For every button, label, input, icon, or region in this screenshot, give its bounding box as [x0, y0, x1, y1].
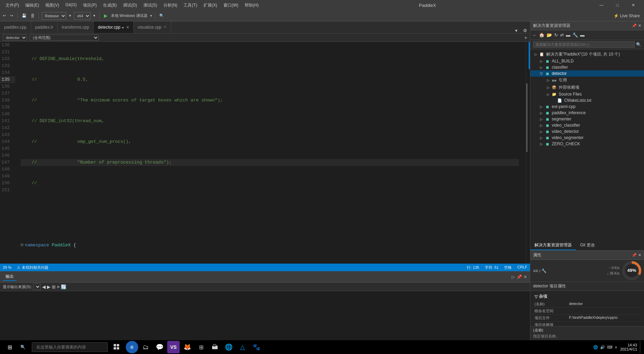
code-editor[interactable]: 130 131 132 133 134 135 136 137 138 139 … [0, 42, 530, 264]
undo-button[interactable]: ↩ [1, 13, 7, 19]
output-tb-btn-5[interactable]: 🔄 [61, 284, 66, 289]
sol-back-button[interactable]: ← [532, 32, 538, 38]
prop-close-button[interactable]: ✕ [638, 253, 641, 257]
tray-icon-network[interactable]: 🌐 [593, 345, 598, 350]
output-clear-button[interactable]: ▷ [512, 274, 515, 279]
output-tb-btn-3[interactable]: ⊞ [52, 284, 56, 289]
tree-item-zerocheck[interactable]: ▷ ◼ ZERO_CHECK [530, 141, 644, 147]
prop-group-misc-header[interactable]: ▽ 杂项 [532, 292, 643, 301]
tree-item-videoclassifier[interactable]: ▷ ◼ video_classifier [530, 122, 644, 128]
solution-search-input[interactable] [533, 41, 635, 48]
solution-root-item[interactable]: ▷ 📋 解决方案"PaddleX"(10 个项目, 共 10 个) [530, 51, 644, 58]
sol-pin-button[interactable]: 📌 [632, 23, 637, 28]
menu-help[interactable]: 帮助(H) [242, 2, 262, 9]
taskbar-app-tail[interactable]: 🐾 [250, 341, 263, 353]
menu-project[interactable]: 项目(P) [80, 2, 100, 9]
prop-grid-button[interactable]: ≡≡ [533, 268, 538, 273]
tree-item-detector[interactable]: ▽ ◼ detector [530, 70, 644, 77]
taskbar-app-edge[interactable]: e [126, 341, 138, 353]
save-all-button[interactable]: 🗄 [29, 13, 36, 19]
sol-close-button[interactable]: ✕ [638, 23, 641, 28]
sol-show-files-button[interactable]: 📂 [546, 32, 553, 38]
menu-tools[interactable]: 工具(T) [181, 2, 200, 9]
tray-icon-sound[interactable]: 🔊 [600, 345, 605, 350]
taskbar-app-mountain[interactable]: 🏔 [209, 341, 221, 353]
taskbar-taskview[interactable] [111, 341, 123, 353]
scrollbar-thumb[interactable] [526, 83, 528, 152]
collapse-marker-139[interactable]: ⊟ [21, 242, 23, 249]
taskbar-app-wechat[interactable]: 💬 [153, 341, 166, 353]
tree-item-paddlexinf[interactable]: ▷ ◼ paddlex_inference [530, 110, 644, 116]
tab-transforms-cpp[interactable]: transforms.cpp [58, 21, 94, 33]
menu-test[interactable]: 测试(S) [141, 2, 160, 9]
taskbar-app-unknown1[interactable]: 🦊 [181, 341, 193, 353]
tab-detector-cpp[interactable]: detector.cpp ● ✕ [94, 21, 133, 33]
menu-analyze[interactable]: 分析(N) [161, 2, 180, 9]
run-button[interactable]: ▶ [103, 12, 109, 19]
sol-tab-git[interactable]: Git 更改 [576, 241, 599, 250]
taskbar-app-explorer[interactable]: 🗂 [140, 341, 152, 353]
taskbar-app-vs[interactable]: VS [167, 341, 180, 353]
config-dropdown[interactable]: Release Debug [42, 12, 66, 20]
output-close-button[interactable]: ✕ [523, 274, 527, 279]
prop-sort-button[interactable]: ↕ [539, 268, 541, 273]
prop-pin-button[interactable]: 📌 [632, 253, 637, 257]
arch-dropdown[interactable]: x64 x86 [74, 12, 91, 20]
tab-close-visualize[interactable]: ✕ [163, 25, 167, 29]
tab-visualize-cpp[interactable]: visualize.cpp ✕ [134, 21, 171, 33]
tree-item-sourcefiles[interactable]: ▷ 📁 Source Files [530, 91, 644, 97]
output-tab[interactable]: 输出 [3, 273, 17, 281]
run-dropdown-icon[interactable]: ▾ [150, 14, 152, 18]
menu-debug[interactable]: 调试(D) [120, 2, 140, 9]
sol-settings-button[interactable]: 🔧 [572, 32, 579, 38]
taskbar-app-squares[interactable]: ⊞ [195, 341, 207, 353]
tab-list-button[interactable]: ▾ [512, 28, 520, 33]
tree-item-videodetector[interactable]: ▷ ◼ video_detector [530, 128, 644, 135]
maximize-button[interactable]: □ [609, 0, 625, 10]
tree-item-allbuild[interactable]: ▷ ◼ ALL_BUILD [530, 58, 644, 64]
tree-item-extyaml[interactable]: ▷ ◼ ext-yaml-cpp [530, 104, 644, 110]
tab-paddlex-cpp[interactable]: paddlex.cpp [0, 21, 31, 33]
tree-item-ref[interactable]: ▷ ■■ 引用 [530, 77, 644, 84]
tree-item-classifier[interactable]: ▷ ◼ classifier [530, 64, 644, 70]
output-tb-btn-4[interactable]: ≡ [57, 284, 60, 289]
context-dropdown[interactable]: (全局范围) [30, 35, 99, 41]
tree-item-extdeps[interactable]: ▷ 📦 外部依赖项 [530, 84, 644, 91]
code-lines[interactable]: // DEFINE_double(threshold, // 0.5, // "… [21, 42, 526, 264]
taskbar-show-desktop[interactable] [640, 341, 641, 353]
menu-build[interactable]: 生成(B) [100, 2, 120, 9]
menu-git[interactable]: Git(G) [63, 2, 79, 9]
tree-item-videosegmenter[interactable]: ▷ ◼ video_segmenter [530, 135, 644, 141]
sol-collapse-button[interactable]: ▬ [565, 32, 571, 38]
minimize-button[interactable]: — [594, 0, 609, 10]
save-button[interactable]: 💾 [20, 13, 28, 19]
menu-bar[interactable]: 文件(F) 编辑(E) 视图(V) Git(G) 项目(P) 生成(B) 调试(… [3, 2, 262, 9]
sol-sync-button[interactable]: ⇄ [559, 32, 565, 38]
taskbar-search-icon[interactable]: 🔍 [17, 341, 29, 353]
taskbar-app-triangle[interactable]: △ [236, 341, 249, 353]
tree-item-cmakelists[interactable]: 📄 CMakeLists.txt [530, 97, 644, 104]
live-share-button[interactable]: ⚡ Live Share [611, 13, 643, 19]
close-button[interactable]: ✕ [625, 0, 641, 10]
tray-icon-battery[interactable]: ⌨ [607, 345, 613, 350]
redo-button[interactable]: ↪ [9, 13, 15, 19]
tray-icon-caret[interactable]: ∧ [615, 345, 617, 350]
prop-settings-button[interactable]: 🔧 [541, 268, 547, 273]
tree-item-segmenter[interactable]: ▷ ◼ segmenter [530, 116, 644, 122]
menu-window[interactable]: 窗口(W) [221, 2, 241, 9]
tab-paddlex-h[interactable]: paddlex.h [31, 21, 58, 33]
output-tb-btn-1[interactable]: ◀ [42, 284, 46, 289]
start-button[interactable]: ⊞ [3, 340, 17, 354]
add-path-button[interactable]: + [524, 35, 527, 40]
menu-extensions[interactable]: 扩展(X) [201, 2, 220, 9]
menu-view[interactable]: 视图(V) [42, 2, 62, 9]
tab-close-detector[interactable]: ✕ [126, 25, 129, 30]
output-tb-btn-2[interactable]: ▶ [47, 284, 50, 289]
taskbar-search[interactable]: 在这里输入你要搜索的内容 [32, 342, 108, 352]
editor-scrollbar[interactable] [526, 42, 530, 264]
sol-home-button[interactable]: 🏠 [538, 32, 545, 38]
sol-tab-explorer[interactable]: 解决方案资源管理器 [530, 241, 576, 250]
scope-dropdown[interactable]: detector [3, 35, 27, 41]
new-tab-button[interactable]: ⚙ [520, 28, 530, 33]
menu-file[interactable]: 文件(F) [3, 2, 22, 9]
